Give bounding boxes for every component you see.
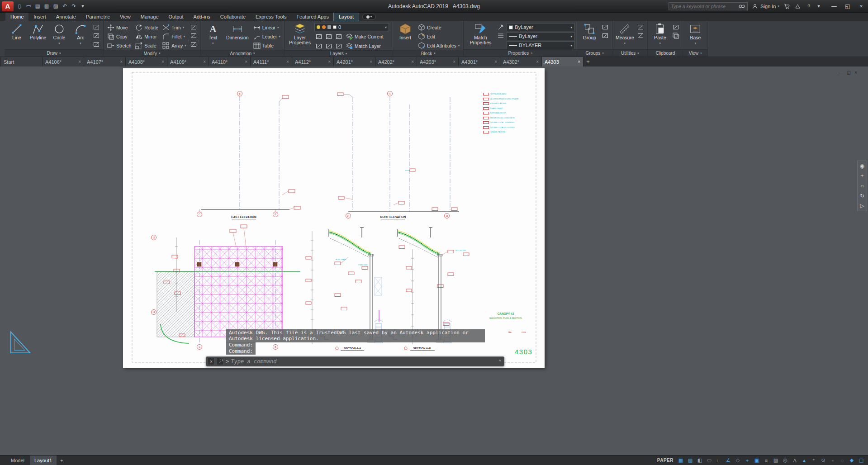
ribbon-tab[interactable]: Add-ins (189, 13, 215, 21)
annotation-visibility-icon[interactable]: ▲ (800, 456, 808, 465)
paste-button[interactable]: Paste ▾ (650, 22, 670, 46)
close-tab-icon[interactable]: × (453, 59, 455, 64)
annotation-panel-label[interactable]: Annotation▾ (201, 50, 284, 57)
restore-button[interactable]: ◱ (841, 0, 854, 12)
close-tab-icon[interactable]: × (245, 59, 247, 64)
layer-select[interactable]: 0 ▾ (314, 23, 389, 31)
search-input[interactable] (671, 4, 736, 9)
view-panel-label[interactable]: View» (683, 49, 707, 57)
save-button[interactable]: ▤ (33, 2, 42, 11)
restore-drawing-button[interactable]: ◱ (847, 70, 851, 76)
modify-panel-label[interactable]: Modify▾ (104, 50, 200, 57)
file-tab[interactable]: Start × (1, 57, 43, 66)
layer-lock-button[interactable] (334, 42, 343, 50)
groups-panel-label[interactable]: Groups» (577, 49, 612, 57)
edit-block-button[interactable]: Edit (417, 32, 461, 41)
paper-sheet[interactable]: B C B EAST ELEVATION (123, 68, 545, 368)
layer-freeze-button[interactable] (334, 33, 343, 41)
isolate-objects-icon[interactable]: ◌ (838, 456, 846, 465)
linear-button[interactable]: Linear▾ (252, 23, 282, 32)
command-close-icon[interactable]: × (208, 358, 215, 365)
draw-panel-label[interactable]: Draw▾ (5, 49, 103, 57)
stretch-button[interactable]: Stretch (106, 41, 133, 50)
ortho-icon[interactable]: ∟ (715, 456, 723, 465)
dimension-button[interactable]: Dimension (224, 22, 251, 40)
close-drawing-button[interactable]: × (854, 70, 857, 76)
transparency-icon[interactable]: ▨ (772, 456, 780, 465)
hatch-tool-button[interactable] (92, 32, 101, 40)
ribbon-tab[interactable]: Output (164, 13, 189, 21)
match-properties-button[interactable]: Match Properties (466, 22, 495, 45)
ribbon-tab[interactable]: Express Tools (251, 13, 291, 21)
zoom-icon[interactable]: ○ (860, 183, 863, 189)
arc-button[interactable]: Arc ▾ (71, 22, 90, 46)
close-button[interactable]: × (854, 0, 868, 12)
ribbon-tab[interactable]: Home (5, 13, 28, 21)
array-button[interactable]: Array▾ (161, 41, 188, 50)
close-tab-icon[interactable]: × (494, 59, 497, 64)
ribbon-tab[interactable]: Manage (136, 13, 164, 21)
edit-attributes-button[interactable]: Edit Attributes▾ (417, 41, 461, 50)
polar-tracking-icon[interactable]: ∠ (724, 456, 732, 465)
ungroup-button[interactable] (601, 23, 610, 31)
model-tab[interactable]: Model (6, 456, 29, 465)
selection-cycling-icon[interactable]: ◎ (781, 456, 789, 465)
paper-space-toggle[interactable]: PAPER (657, 458, 674, 463)
help-button[interactable]: ? (805, 2, 813, 11)
close-tab-icon[interactable]: × (578, 59, 580, 64)
cut-button[interactable] (671, 23, 680, 31)
infer-constraints-icon[interactable]: ◧ (696, 456, 704, 465)
file-tab[interactable]: A4110* × (209, 57, 251, 66)
ribbon-tab[interactable]: Featured Apps (291, 13, 334, 21)
color-picker-button[interactable] (496, 23, 505, 31)
file-tab[interactable]: A4112* × (292, 57, 334, 66)
undo-button[interactable]: ↶ (61, 2, 69, 11)
ribbon-tab[interactable]: Parametric (81, 13, 115, 21)
command-history-chevron[interactable]: ^ (499, 359, 501, 364)
close-tab-icon[interactable]: × (536, 59, 539, 64)
file-tab[interactable]: A4203* × (417, 57, 459, 66)
leader-button[interactable]: Leader▾ (252, 32, 282, 41)
measure-button[interactable]: Measure ▾ (615, 22, 635, 46)
ribbon-tab[interactable]: Layout (334, 13, 359, 21)
clean-screen-icon[interactable]: ▢ (857, 456, 865, 465)
annotation-monitor-icon[interactable]: ⊙ (819, 456, 827, 465)
close-tab-icon[interactable]: × (78, 59, 81, 64)
add-layout-button[interactable]: + (57, 456, 66, 465)
layer-isolate-button[interactable] (324, 33, 333, 41)
scale-button[interactable]: Scale (134, 41, 160, 50)
quick-properties-icon[interactable]: ▫ (829, 456, 837, 465)
lineweight-select[interactable]: BYLAYER ▾ (507, 41, 574, 49)
save-as-button[interactable]: ▥ (43, 2, 51, 11)
polyline-button[interactable]: Polyline (28, 22, 48, 40)
command-customize-icon[interactable] (217, 358, 224, 365)
ellipse-tool-button[interactable] (92, 40, 101, 48)
ribbon-tab[interactable]: View (115, 13, 136, 21)
group-button[interactable]: Group (579, 22, 599, 40)
quick-calculator-button[interactable] (636, 32, 645, 40)
ribbon-tab[interactable]: Insert (28, 13, 51, 21)
open-file-button[interactable]: ▭ (24, 2, 33, 11)
match-layer-button[interactable]: Match Layer (344, 42, 382, 50)
base-button[interactable]: Base ▾ (685, 22, 705, 46)
new-file-button[interactable]: ▯ (15, 2, 24, 11)
file-tab[interactable]: A4108* × (126, 57, 167, 66)
properties-panel-label[interactable]: Properties» (464, 49, 577, 57)
redo-button[interactable]: ↷ (70, 2, 78, 11)
explode-button[interactable] (189, 32, 198, 40)
offset-button[interactable] (189, 40, 198, 48)
text-button[interactable]: Text ▾ (203, 22, 223, 46)
close-tab-icon[interactable]: × (286, 59, 289, 64)
rotate-button[interactable]: Rotate (134, 23, 160, 32)
search-binoculars-icon[interactable] (738, 3, 745, 10)
orbit-icon[interactable]: ↻ (860, 193, 864, 199)
help-dropdown[interactable]: ▾ (816, 2, 821, 11)
grid-icon[interactable]: ▦ (677, 456, 685, 465)
erase-button[interactable] (189, 23, 198, 31)
trim-button[interactable]: Trim▾ (161, 23, 188, 32)
make-current-button[interactable]: Make Current (344, 32, 385, 41)
block-panel-label[interactable]: Block▾ (393, 50, 463, 57)
dynamic-input-icon[interactable]: ▭ (705, 456, 713, 465)
drawing-canvas[interactable]: — ◱ × (0, 66, 868, 455)
layer-properties-button[interactable]: Layer Properties (287, 22, 313, 45)
